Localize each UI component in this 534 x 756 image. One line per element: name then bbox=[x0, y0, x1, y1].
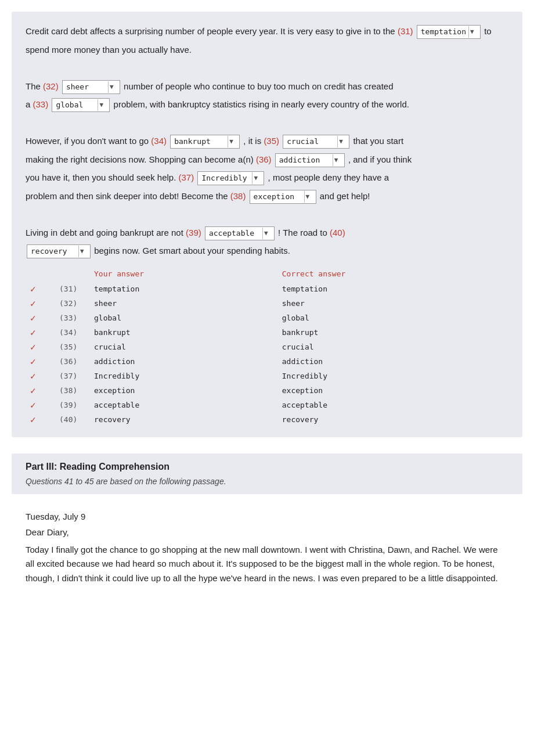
text-the: The bbox=[26, 81, 41, 91]
correct-answer-cell: global bbox=[277, 311, 508, 325]
text-35-after: that you start bbox=[353, 136, 403, 146]
select-33-arrow: ▼ bbox=[98, 99, 108, 111]
select-38[interactable]: exception ▼ bbox=[250, 190, 316, 204]
select-31-arrow: ▼ bbox=[468, 26, 479, 38]
answer-table-container: Your answer Correct answer ✓(31)temptati… bbox=[26, 260, 508, 427]
select-36-arrow: ▼ bbox=[333, 154, 343, 166]
check-mark: ✓ bbox=[26, 311, 55, 325]
your-answer-cell: global bbox=[89, 311, 277, 325]
row-number: (33) bbox=[55, 311, 89, 325]
col-empty-2 bbox=[55, 267, 89, 282]
num32: (32) bbox=[43, 81, 59, 91]
check-mark: ✓ bbox=[26, 354, 55, 369]
passage-text: Credit card debt affects a surprising nu… bbox=[26, 22, 508, 260]
text-33-after: problem, with bankruptcy statistics risi… bbox=[114, 99, 409, 109]
select-32[interactable]: sheer ▼ bbox=[62, 80, 120, 94]
select-37-arrow: ▼ bbox=[252, 172, 262, 184]
row-number: (32) bbox=[55, 296, 89, 311]
table-row: ✓(40)recoveryrecovery bbox=[26, 412, 508, 427]
your-answer-cell: addiction bbox=[89, 354, 277, 369]
check-mark: ✓ bbox=[26, 369, 55, 383]
text-40-after: begins now. Get smart about your spendin… bbox=[94, 246, 290, 255]
table-row: ✓(33)globalglobal bbox=[26, 311, 508, 325]
select-33[interactable]: global ▼ bbox=[52, 98, 110, 112]
select-35[interactable]: crucial ▼ bbox=[283, 135, 349, 149]
row-number: (37) bbox=[55, 369, 89, 383]
your-answer-cell: Incredibly bbox=[89, 369, 277, 383]
correct-answer-cell: sheer bbox=[277, 296, 508, 311]
select-32-arrow: ▼ bbox=[108, 81, 118, 93]
check-mark: ✓ bbox=[26, 412, 55, 427]
text-making: making the right decisions now. Shopping… bbox=[26, 154, 256, 164]
text-itis: , it is bbox=[243, 136, 261, 146]
part3-section: Part III: Reading Comprehension Question… bbox=[12, 453, 522, 494]
check-mark: ✓ bbox=[26, 340, 55, 354]
check-mark: ✓ bbox=[26, 383, 55, 398]
table-row: ✓(35)crucialcrucial bbox=[26, 340, 508, 354]
your-answer-cell: sheer bbox=[89, 296, 277, 311]
correct-answer-cell: temptation bbox=[277, 282, 508, 296]
num31: (31) bbox=[398, 26, 413, 36]
correct-answer-cell: Incredibly bbox=[277, 369, 508, 383]
select-37[interactable]: Incredibly ▼ bbox=[197, 171, 264, 185]
text-32-after: number of people who continue to buy too… bbox=[124, 81, 393, 91]
row-number: (40) bbox=[55, 412, 89, 427]
row-number: (36) bbox=[55, 354, 89, 369]
row-number: (31) bbox=[55, 282, 89, 296]
table-row: ✓(32)sheersheer bbox=[26, 296, 508, 311]
num34: (34) bbox=[151, 136, 167, 146]
check-mark: ✓ bbox=[26, 325, 55, 340]
select-34[interactable]: bankrupt ▼ bbox=[170, 135, 240, 149]
diary-section: Tuesday, July 9 Dear Diary, Today I fina… bbox=[12, 502, 522, 595]
select-40-arrow: ▼ bbox=[78, 246, 89, 257]
num35: (35) bbox=[264, 136, 279, 146]
correct-answer-cell: addiction bbox=[277, 354, 508, 369]
text-living: Living in debt and going bankrupt are no… bbox=[26, 228, 183, 237]
num39: (39) bbox=[186, 228, 201, 237]
text-38-after: and get help! bbox=[320, 191, 370, 201]
num38: (38) bbox=[230, 191, 246, 201]
select-34-arrow: ▼ bbox=[228, 136, 238, 147]
text-youhave: you have it, then you should seek help. bbox=[26, 172, 179, 182]
row-number: (38) bbox=[55, 383, 89, 398]
check-mark: ✓ bbox=[26, 296, 55, 311]
your-answer-cell: exception bbox=[89, 383, 277, 398]
col-your-answer: Your answer bbox=[89, 267, 277, 282]
diary-salutation: Dear Diary, bbox=[26, 527, 508, 537]
text-36-after: , and if you think bbox=[348, 154, 412, 164]
select-39[interactable]: acceptable ▼ bbox=[205, 226, 275, 240]
diary-date: Tuesday, July 9 bbox=[26, 512, 508, 521]
select-36[interactable]: addiction ▼ bbox=[275, 153, 345, 167]
num37: (37) bbox=[179, 172, 194, 182]
passage-section: Credit card debt affects a surprising nu… bbox=[12, 12, 522, 437]
text-a: a bbox=[26, 99, 30, 109]
correct-answer-cell: crucial bbox=[277, 340, 508, 354]
table-row: ✓(34)bankruptbankrupt bbox=[26, 325, 508, 340]
correct-answer-cell: bankrupt bbox=[277, 325, 508, 340]
select-40[interactable]: recovery ▼ bbox=[27, 244, 91, 258]
text-problem: problem and then sink deeper into debt! … bbox=[26, 191, 230, 201]
answer-table: Your answer Correct answer ✓(31)temptati… bbox=[26, 267, 508, 427]
num33: (33) bbox=[33, 99, 49, 109]
col-correct-answer: Correct answer bbox=[277, 267, 508, 282]
correct-answer-cell: exception bbox=[277, 383, 508, 398]
text-intro: Credit card debt affects a surprising nu… bbox=[26, 26, 395, 36]
num36: (36) bbox=[256, 154, 272, 164]
text-37-after: , most people deny they have a bbox=[268, 172, 389, 182]
select-38-arrow: ▼ bbox=[304, 191, 315, 203]
row-number: (39) bbox=[55, 398, 89, 412]
text-39-after: ! The road to bbox=[278, 228, 330, 237]
table-row: ✓(36)addictionaddiction bbox=[26, 354, 508, 369]
col-empty-1 bbox=[26, 267, 55, 282]
your-answer-cell: crucial bbox=[89, 340, 277, 354]
table-row: ✓(38)exceptionexception bbox=[26, 383, 508, 398]
part3-title: Part III: Reading Comprehension bbox=[26, 462, 508, 472]
your-answer-cell: bankrupt bbox=[89, 325, 277, 340]
table-row: ✓(31)temptationtemptation bbox=[26, 282, 508, 296]
select-39-arrow: ▼ bbox=[262, 228, 273, 239]
table-row: ✓(39)acceptableacceptable bbox=[26, 398, 508, 412]
part3-subtitle: Questions 41 to 45 are based on the foll… bbox=[26, 477, 508, 486]
text-however: However, if you don't want to go bbox=[26, 136, 149, 146]
select-31[interactable]: temptation ▼ bbox=[417, 25, 481, 39]
diary-body: Today I finally got the chance to go sho… bbox=[26, 543, 508, 586]
